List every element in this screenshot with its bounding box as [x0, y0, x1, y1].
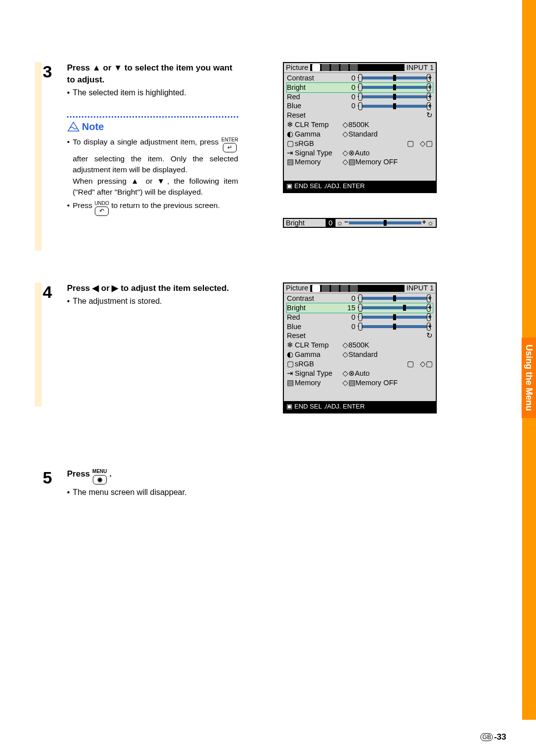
step-3: 3 Press ▲ or ▼ to select the item you wa… [40, 62, 486, 253]
step-detail: The selected item is highlighted. [73, 87, 187, 98]
step-number: 3 [43, 62, 67, 81]
osd-val: Auto [355, 369, 370, 378]
osd-row-memory: Memory [295, 157, 321, 167]
osd-row-gamma: Gamma [295, 130, 321, 139]
osd-row-gamma: Gamma [295, 350, 321, 359]
note-block: Note • To display a single adjustment it… [67, 112, 238, 217]
undo-key-icon: ↶ [95, 206, 109, 216]
page-number: GB-33 [480, 732, 506, 742]
osd-row-clrtemp: CLR Temp [295, 120, 329, 130]
step-marker [35, 282, 42, 407]
step-number: 5 [43, 468, 67, 487]
section-tab-label: Using the Menu [522, 338, 536, 418]
osd-val: 0 [342, 294, 355, 303]
step-4: 4 Press ◀ or ▶ to adjust the item select… [40, 282, 486, 438]
step-marker [35, 62, 42, 251]
step-number: 4 [43, 282, 67, 302]
osd-tab-icons [310, 285, 404, 292]
osd-panel-2: Picture INPUT 1 Contrast0−+ Bright15−+ R… [283, 282, 437, 413]
osd-val: 0 [342, 73, 355, 83]
step-title: Press MENU ◉ . [67, 468, 238, 485]
osd-row-reset: Reset [287, 111, 342, 120]
osd-input: INPUT 1 [406, 283, 434, 293]
osd-row-contrast: Contrast [287, 294, 342, 303]
step-detail: The adjustment is stored. [73, 296, 162, 307]
osd-row-bright: Bright [287, 303, 342, 313]
step-5: 5 Press MENU ◉ . •The menu screen will d… [40, 468, 486, 498]
osd-row-signal: Signal Type [295, 369, 333, 378]
osd-input: INPUT 1 [406, 63, 434, 72]
osd-row-memory: Memory [295, 378, 321, 388]
note-text: to return to the previous screen. [111, 201, 220, 209]
osd-row-bright: Bright [287, 83, 342, 92]
note-text: after selecting the item. Only the selec… [72, 154, 238, 174]
osd-val: 8500K [348, 120, 369, 130]
osd-val: Auto [355, 148, 370, 158]
note-label: Note [67, 116, 238, 134]
osd-val: 15 [342, 303, 355, 313]
enter-key-label: ENTER [221, 137, 238, 144]
note-text: To display a single adjustment item, pre… [72, 137, 221, 146]
osd-row-srgb: sRGB [295, 359, 314, 369]
osd-val: Standard [348, 130, 378, 139]
osd-title: Picture [286, 63, 308, 72]
osd-row-blue: Blue [287, 101, 342, 111]
enter-key-icon: ↵ [223, 143, 237, 152]
osd-row-srgb: sRGB [295, 139, 314, 148]
osd-val: 0 [342, 92, 355, 102]
osd-val: 0 [342, 83, 355, 92]
osd-val: Standard [348, 350, 378, 359]
reset-icon: ↻ [426, 331, 433, 341]
osd-val: Memory OFF [355, 378, 398, 388]
page-content: 3 Press ▲ or ▼ to select the item you wa… [40, 62, 486, 528]
step-title: Press ▲ or ▼ to select the item you want… [67, 62, 238, 86]
osd-val: 0 [342, 101, 355, 111]
osd-footer: ▣END SEL ./ADJ. ENTER [284, 401, 436, 412]
osd-single-bright: Bright 0 ☼ −+ ☼ [283, 218, 437, 228]
osd-row-contrast: Contrast [287, 73, 342, 83]
osd-row-blue: Blue [287, 322, 342, 332]
undo-key-label: UNDO [94, 200, 109, 207]
osd-row-reset: Reset [287, 331, 342, 341]
step-title: Press ◀ or ▶ to adjust the item selected… [67, 282, 238, 294]
step-detail: The menu screen will disappear. [73, 487, 187, 498]
osd-val: 0 [342, 313, 355, 322]
note-text: When pressing ▲ or ▼, the following item… [72, 177, 238, 196]
note-text: Press [72, 201, 94, 209]
osd-row-red: Red [287, 92, 342, 102]
osd-val: 8500K [348, 341, 369, 350]
menu-key-label: MENU [92, 468, 107, 475]
osd-val: 0 [342, 322, 355, 332]
osd-title: Picture [286, 283, 308, 293]
osd-panel-1: Picture INPUT 1 Contrast0−+ Bright0−+ Re… [283, 62, 437, 193]
osd-row-clrtemp: CLR Temp [295, 341, 329, 350]
osd-row-red: Red [287, 313, 342, 322]
osd-tab-icons [310, 64, 404, 71]
menu-key-icon: ◉ [93, 475, 107, 484]
osd-row-signal: Signal Type [295, 148, 333, 158]
osd-footer: ▣END SEL ./ADJ. ENTER [284, 181, 436, 192]
osd-val: Memory OFF [355, 157, 398, 167]
reset-icon: ↻ [426, 111, 433, 120]
